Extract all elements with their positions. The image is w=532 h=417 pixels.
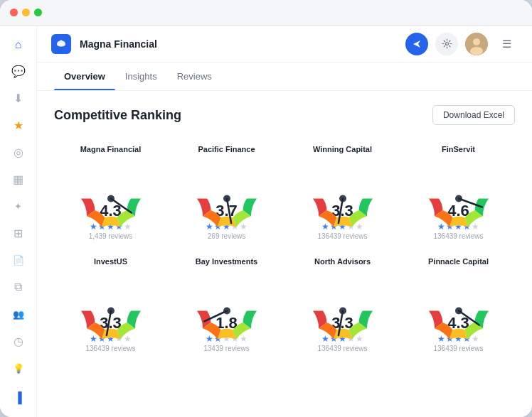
star-filled: ★ xyxy=(321,334,329,344)
review-count: 136439 reviews xyxy=(433,232,483,240)
sidebar-icon-copy[interactable]: ⧉ xyxy=(6,275,31,299)
sidebar-icon-users[interactable]: 👥 xyxy=(6,302,31,326)
star-empty: ★ xyxy=(124,222,132,232)
gauge-svg xyxy=(304,158,382,200)
sidebar-icon-file[interactable]: 📄 xyxy=(6,248,31,272)
star-filled: ★ xyxy=(206,222,213,232)
gauge-card: Bay Investments 1.8 ★★★★★ 13439 reviews xyxy=(170,250,283,357)
sidebar-icon-home[interactable]: ⌂ xyxy=(6,33,31,57)
gauges-grid: Magna Financial 4.3 ★★★★★ 1,439 reviews … xyxy=(54,138,515,357)
gauge-label: Winning Capital xyxy=(313,145,372,153)
star-filled: ★ xyxy=(321,222,329,232)
gauge-label: Magna Financial xyxy=(80,145,142,153)
svg-point-1 xyxy=(445,43,448,45)
gauge-label: North Advisors xyxy=(314,257,371,266)
browser-bar xyxy=(0,0,532,26)
gauge-svg xyxy=(72,270,150,313)
star-empty: ★ xyxy=(240,334,248,344)
gauge-svg xyxy=(304,270,382,313)
gauge-card: North Advisors 3.3 ★★★★★ 136439 reviews xyxy=(286,250,399,357)
main-content: Magna Financial xyxy=(37,26,532,417)
app-logo xyxy=(51,34,71,54)
tab-insights[interactable]: Insights xyxy=(115,63,167,90)
sidebar-icon-integration[interactable]: ⊞ xyxy=(6,221,31,245)
sidebar-icon-chat[interactable]: 💬 xyxy=(6,60,31,84)
review-count: 269 reviews xyxy=(208,232,245,240)
settings-button[interactable] xyxy=(435,33,458,55)
tab-reviews[interactable]: Reviews xyxy=(167,63,222,90)
star-filled: ★ xyxy=(437,222,445,232)
sidebar-icon-globe[interactable]: ◎ xyxy=(6,141,31,165)
star-filled: ★ xyxy=(90,334,97,344)
top-bar-right: ☰ xyxy=(405,33,518,55)
gauge-label: Bay Investments xyxy=(196,257,257,266)
section-title: Competitive Ranking xyxy=(54,108,181,123)
dot-red xyxy=(10,9,18,16)
review-count: 13439 reviews xyxy=(203,345,249,352)
review-count: 1,439 reviews xyxy=(89,232,133,240)
sidebar-icon-lightbulb[interactable]: 💡 xyxy=(6,356,31,380)
gauge-svg xyxy=(420,270,498,313)
gauge-card: Pacific Finance 3.7 ★★★★★ 269 reviews xyxy=(170,138,283,244)
top-bar: Magna Financial xyxy=(37,26,532,63)
app-body: ⌂ 💬 ⬇ ★ ◎ ▦ ✦ ⊞ 📄 ⧉ 👥 ◷ 💡 ▐ xyxy=(0,26,532,417)
review-count: 136439 reviews xyxy=(317,345,367,352)
gauge-label: FinServit xyxy=(442,145,475,153)
gauge-label: InvestUS xyxy=(94,257,127,266)
gauge-card: Winning Capital 3.3 ★★★★★ 136439 reviews xyxy=(286,138,399,244)
sidebar-icon-clock[interactable]: ◷ xyxy=(6,329,31,353)
star-filled: ★ xyxy=(90,222,97,232)
gauge-card: FinServit 4.6 ★★★★★ 136439 reviews xyxy=(402,138,515,244)
svg-point-4 xyxy=(470,47,483,55)
review-count: 136439 reviews xyxy=(317,232,367,240)
review-count: 136439 reviews xyxy=(433,345,483,352)
sidebar: ⌂ 💬 ⬇ ★ ◎ ▦ ✦ ⊞ 📄 ⧉ 👥 ◷ 💡 ▐ xyxy=(0,26,37,417)
review-count: 136439 reviews xyxy=(85,345,135,352)
gauge-svg xyxy=(420,158,498,200)
svg-point-3 xyxy=(473,38,480,45)
gauge-label: Pinnacle Capital xyxy=(428,257,489,266)
sidebar-icon-puzzle[interactable]: ✦ xyxy=(6,195,31,219)
star-empty: ★ xyxy=(356,222,363,232)
dot-green xyxy=(34,9,42,16)
browser-window: ⌂ 💬 ⬇ ★ ◎ ▦ ✦ ⊞ 📄 ⧉ 👥 ◷ 💡 ▐ xyxy=(0,0,532,417)
send-button[interactable] xyxy=(405,33,428,55)
download-excel-button[interactable]: Download Excel xyxy=(432,105,515,125)
gauge-card: InvestUS 3.3 ★★★★★ 136439 reviews xyxy=(54,250,167,357)
content-area: Overview Insights Reviews Competitive Ra… xyxy=(37,63,532,417)
sidebar-icon-grid[interactable]: ▦ xyxy=(6,168,31,192)
sidebar-icon-download[interactable]: ⬇ xyxy=(6,87,31,111)
star-filled: ★ xyxy=(437,334,445,344)
dot-yellow xyxy=(22,9,30,16)
tabs: Overview Insights Reviews xyxy=(37,63,532,91)
gauge-label: Pacific Finance xyxy=(198,145,255,153)
star-empty: ★ xyxy=(240,222,248,232)
gauge-svg xyxy=(72,158,150,200)
section-header: Competitive Ranking Download Excel xyxy=(54,105,515,125)
gauge-card: Pinnacle Capital 4.3 ★★★★★ 136439 review… xyxy=(402,250,515,357)
star-empty: ★ xyxy=(124,334,132,344)
sidebar-icon-barchart[interactable]: ▐ xyxy=(6,386,31,410)
star-empty: ★ xyxy=(472,334,479,344)
gauge-svg xyxy=(188,158,266,200)
avatar[interactable] xyxy=(465,33,488,55)
gauge-card: Magna Financial 4.3 ★★★★★ 1,439 reviews xyxy=(54,138,167,244)
tab-overview[interactable]: Overview xyxy=(54,63,115,90)
app-title: Magna Financial xyxy=(80,38,157,50)
star-empty: ★ xyxy=(472,222,479,232)
menu-button[interactable]: ☰ xyxy=(495,33,518,55)
competitive-ranking-section: Competitive Ranking Download Excel Magna… xyxy=(37,91,532,371)
sidebar-icon-star[interactable]: ★ xyxy=(6,114,31,138)
gauge-svg xyxy=(188,270,266,313)
svg-point-0 xyxy=(60,43,63,45)
star-empty: ★ xyxy=(356,334,363,344)
star-filled: ★ xyxy=(206,334,213,344)
